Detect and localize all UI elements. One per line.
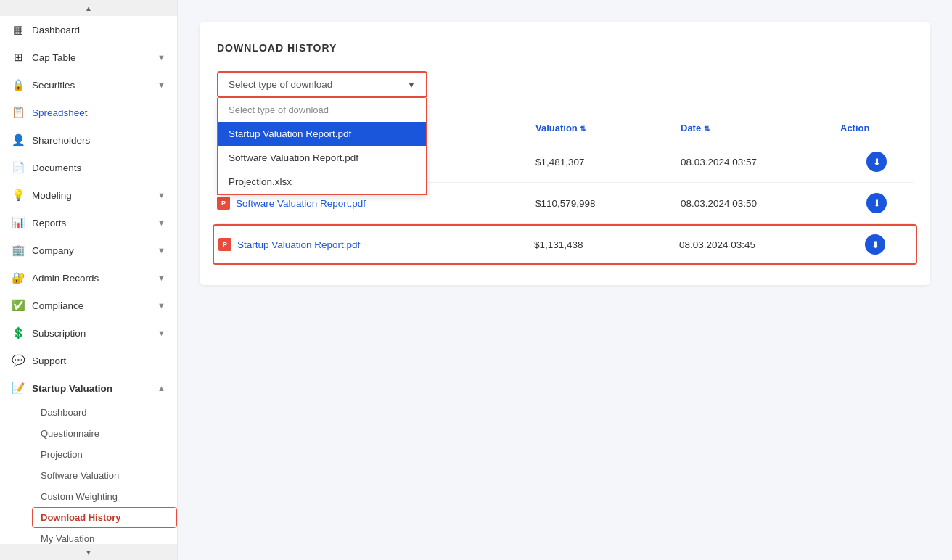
file-name: Startup Valuation Report.pdf <box>237 239 360 250</box>
col-header-date[interactable]: Date ⇅ <box>681 123 840 133</box>
dropdown-option-placeholder[interactable]: Select type of download <box>218 98 426 122</box>
sidebar-item-label: Compliance <box>32 300 83 311</box>
sidebar-sub-item-sv-projection[interactable]: Projection <box>32 444 177 465</box>
action-cell: ⬇ <box>840 193 913 213</box>
sidebar-item-label: Company <box>32 245 74 256</box>
dropdown-option-software[interactable]: Software Valuation Report.pdf <box>218 146 426 170</box>
file-link-software[interactable]: P Software Valuation Report.pdf <box>217 197 536 210</box>
reports-icon: 📊 <box>12 216 25 229</box>
sidebar-item-label: Startup Valuation <box>32 383 112 394</box>
scroll-down-arrow[interactable]: ▼ <box>0 544 177 560</box>
sidebar-item-subscription[interactable]: 💲 Subscription ▼ <box>0 319 177 347</box>
chevron-down-icon: ▼ <box>157 81 165 89</box>
documents-icon: 📄 <box>12 161 25 174</box>
download-history-card: DOWNLOAD HISTORY Select type of download… <box>200 22 930 285</box>
valuation-cell: $1,131,438 <box>534 239 679 250</box>
sidebar-item-label: Spreadsheet <box>32 107 88 118</box>
sidebar-sub-item-sv-custom-weighting[interactable]: Custom Weighting <box>32 486 177 507</box>
sidebar-item-label: Documents <box>32 162 81 173</box>
sidebar-item-shareholders[interactable]: 👤 Shareholders <box>0 126 177 154</box>
dropdown-option-projection[interactable]: Projection.xlsx <box>218 170 426 194</box>
sidebar-item-spreadsheet[interactable]: 📋 Spreadsheet <box>0 99 177 126</box>
page-title: DOWNLOAD HISTORY <box>217 42 913 54</box>
chevron-down-icon: ▼ <box>157 301 165 310</box>
chevron-down-icon: ▼ <box>157 191 165 199</box>
sidebar-sub-item-sv-software-valuation[interactable]: Software Valuation <box>32 465 177 486</box>
sidebar-item-label: Securities <box>32 80 75 91</box>
sidebar-sub-item-sv-my-valuation[interactable]: My Valuation <box>32 528 177 544</box>
date-cell: 08.03.2024 03:45 <box>679 239 839 250</box>
sidebar-item-company[interactable]: 🏢 Company ▼ <box>0 236 177 264</box>
date-cell: 08.03.2024 03:57 <box>681 157 840 168</box>
sort-icon-valuation: ⇅ <box>580 125 586 133</box>
sidebar-item-cap-table[interactable]: ⊞ Cap Table ▼ <box>0 44 177 71</box>
support-icon: 💬 <box>12 354 25 367</box>
sidebar-item-label: Modeling <box>32 190 72 201</box>
sidebar: ▲ ▦ Dashboard ⊞ Cap Table ▼ 🔒 Securities… <box>0 0 178 560</box>
sidebar-item-label: Support <box>32 355 66 366</box>
startup-valuation-submenu: Dashboard Questionnaire Projection Softw… <box>0 402 177 544</box>
sidebar-item-startup-valuation[interactable]: 📝 Startup Valuation ▲ <box>0 374 177 402</box>
main-content: DOWNLOAD HISTORY Select type of download… <box>178 0 952 560</box>
sidebar-item-label: Admin Records <box>32 273 99 284</box>
modeling-icon: 💡 <box>12 189 25 202</box>
col-action-label: Action <box>840 123 869 133</box>
sidebar-sub-item-sv-download-history[interactable]: Download History <box>32 507 177 528</box>
admin-records-icon: 🔐 <box>12 271 25 284</box>
shareholders-icon: 👤 <box>12 133 25 147</box>
valuation-cell: $110,579,998 <box>536 198 681 209</box>
company-icon: 🏢 <box>12 244 25 257</box>
sidebar-item-label: Dashboard <box>32 25 80 36</box>
col-header-valuation[interactable]: Valuation ⇅ <box>536 123 681 133</box>
col-header-action: Action <box>840 123 913 133</box>
pdf-icon: P <box>217 197 230 210</box>
chevron-down-icon: ▼ <box>407 80 416 90</box>
sidebar-sub-item-sv-dashboard[interactable]: Dashboard <box>32 402 177 423</box>
chevron-down-icon: ▼ <box>157 246 165 255</box>
file-link-startup[interactable]: P Startup Valuation Report.pdf <box>218 238 534 251</box>
col-date-label: Date <box>681 123 701 133</box>
sidebar-item-admin-records[interactable]: 🔐 Admin Records ▼ <box>0 264 177 292</box>
sidebar-item-label: Shareholders <box>32 135 90 146</box>
sidebar-item-support[interactable]: 💬 Support <box>0 347 177 374</box>
chevron-down-icon: ▼ <box>157 218 165 227</box>
sort-icon-date: ⇅ <box>704 125 710 133</box>
subscription-icon: 💲 <box>12 326 25 339</box>
date-cell: 08.03.2024 03:50 <box>681 198 840 209</box>
compliance-icon: ✅ <box>12 299 25 312</box>
download-button[interactable]: ⬇ <box>865 234 885 255</box>
table-row-highlighted: P Startup Valuation Report.pdf $1,131,43… <box>213 224 917 265</box>
dropdown-option-startup[interactable]: Startup Valuation Report.pdf <box>218 122 426 146</box>
sidebar-item-dashboard[interactable]: ▦ Dashboard <box>0 16 177 44</box>
download-type-dropdown-wrapper: Select type of download ▼ Select type of… <box>217 71 427 98</box>
download-button[interactable]: ⬇ <box>866 152 887 172</box>
sidebar-item-label: Reports <box>32 218 66 228</box>
sidebar-item-modeling[interactable]: 💡 Modeling ▼ <box>0 181 177 209</box>
col-valuation-label: Valuation <box>536 123 578 133</box>
chevron-down-icon: ▼ <box>157 53 165 62</box>
sidebar-item-securities[interactable]: 🔒 Securities ▼ <box>0 71 177 99</box>
valuation-cell: $1,481,307 <box>536 157 681 168</box>
scroll-up-arrow[interactable]: ▲ <box>0 0 177 16</box>
chevron-up-icon: ▲ <box>157 384 165 392</box>
sidebar-scroll: ▦ Dashboard ⊞ Cap Table ▼ 🔒 Securities ▼… <box>0 16 177 544</box>
sidebar-item-documents[interactable]: 📄 Documents <box>0 154 177 181</box>
cap-table-icon: ⊞ <box>12 51 25 64</box>
download-type-dropdown-trigger[interactable]: Select type of download ▼ <box>217 71 427 98</box>
file-name: Software Valuation Report.pdf <box>236 198 366 209</box>
download-button[interactable]: ⬇ <box>866 193 887 213</box>
startup-valuation-icon: 📝 <box>12 382 25 395</box>
dashboard-icon: ▦ <box>12 23 25 36</box>
sidebar-item-label: Cap Table <box>32 52 76 63</box>
action-cell: ⬇ <box>839 234 911 255</box>
sidebar-sub-item-sv-questionnaire[interactable]: Questionnaire <box>32 423 177 444</box>
dropdown-selected-label: Select type of download <box>229 79 332 90</box>
chevron-down-icon: ▼ <box>157 273 165 282</box>
securities-icon: 🔒 <box>12 78 25 91</box>
dropdown-menu: Select type of download Startup Valuatio… <box>217 98 427 195</box>
spreadsheet-icon: 📋 <box>12 106 25 119</box>
sidebar-item-reports[interactable]: 📊 Reports ▼ <box>0 209 177 236</box>
sidebar-item-compliance[interactable]: ✅ Compliance ▼ <box>0 292 177 319</box>
sidebar-item-label: Subscription <box>32 328 86 339</box>
action-cell: ⬇ <box>840 152 913 172</box>
